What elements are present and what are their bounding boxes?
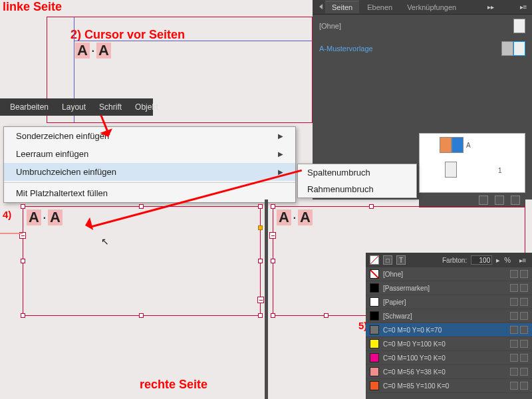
- swatch-type-icons: [510, 382, 528, 390]
- frame-handle[interactable]: [21, 259, 25, 263]
- tint-input[interactable]: [471, 255, 492, 265]
- master-none-row[interactable]: [Ohne]: [313, 15, 532, 37]
- swatch-row[interactable]: [Passermarken]: [366, 281, 532, 295]
- swatch-row[interactable]: C=0 M=0 Y=0 K=70: [366, 323, 532, 337]
- frame-handle[interactable]: [258, 204, 263, 209]
- spread-thumb[interactable]: [501, 41, 525, 56]
- swatch-chip: [370, 325, 379, 334]
- ctx-sonderzeichen[interactable]: Sonderzeichen einfügen▶: [4, 127, 295, 145]
- master-a-row[interactable]: A-Mustervorlage: [313, 37, 532, 60]
- swatch-type-icons: [510, 368, 528, 376]
- master-a-label: A-Mustervorlage: [319, 45, 373, 53]
- frame-handle[interactable]: [271, 313, 275, 318]
- in-port[interactable]: [269, 232, 276, 239]
- flyout-menu-icon[interactable]: ▸≡: [517, 257, 528, 264]
- frame-handle[interactable]: [21, 313, 25, 318]
- swatch-row[interactable]: C=0 M=100 Y=0 K=0: [366, 351, 532, 365]
- swatch-chip: [370, 297, 379, 307]
- menu-bearbeiten[interactable]: Bearbeiten: [3, 100, 55, 114]
- ctx-leerraum[interactable]: Leerraum einfügen▶: [4, 145, 295, 163]
- frame-handle[interactable]: [139, 204, 144, 209]
- submenu-rahmenumbruch[interactable]: Rahmenumbruch: [298, 181, 416, 198]
- frame-handle-active[interactable]: [258, 225, 263, 230]
- page-marker-a: A: [298, 209, 313, 225]
- bullet-icon: ·: [41, 209, 48, 226]
- edit-page-icon[interactable]: [479, 196, 488, 205]
- frame-handle[interactable]: [21, 204, 25, 209]
- swatch-type-icons: [510, 326, 528, 334]
- swatch-row[interactable]: C=0 M=85 Y=100 K=0: [366, 379, 532, 393]
- swatch-row[interactable]: [Papier]: [366, 295, 532, 309]
- page-label-a: A: [466, 142, 471, 149]
- bullet-icon: ·: [291, 209, 298, 226]
- double-arrow-icon[interactable]: ▸▸: [485, 3, 496, 11]
- frame-handle[interactable]: [258, 259, 263, 263]
- swatch-type-icons: [510, 270, 528, 278]
- swatch-name: [Passermarken]: [383, 285, 506, 292]
- tint-arrow-icon[interactable]: ▸: [496, 256, 500, 265]
- swatch-row[interactable]: C=0 M=0 Y=100 K=0: [366, 337, 532, 351]
- context-menu: Sonderzeichen einfügen▶ Leerraum einfüge…: [3, 126, 296, 203]
- frame-handle[interactable]: [369, 204, 374, 209]
- panel-tabs: Seiten Ebenen Verknüpfungen ▸▸ ▸≡: [313, 0, 532, 15]
- page-label-1: 1: [498, 167, 502, 174]
- swatches-header: □ T Farbton: ▸ % ▸≡: [366, 253, 532, 267]
- pages-spread[interactable]: [440, 137, 464, 153]
- chevron-right-icon: ▶: [278, 150, 283, 158]
- tint-pct: %: [504, 256, 511, 264]
- frame-handle[interactable]: [271, 259, 275, 263]
- page-marker-block: A · A: [277, 209, 313, 226]
- menu-bar: Bearbeiten Layout Schrift Objekt: [0, 98, 153, 116]
- flyout-menu-icon[interactable]: ▸≡: [518, 3, 529, 11]
- chevron-right-icon: ▶: [278, 132, 283, 140]
- pages-single[interactable]: [445, 162, 457, 178]
- annotation-4: 4): [3, 209, 11, 220]
- tab-seiten[interactable]: Seiten: [325, 1, 359, 13]
- container-format-icon[interactable]: □: [383, 255, 392, 265]
- swatch-row[interactable]: C=0 M=56 Y=38 K=0: [366, 365, 532, 379]
- menu-layout[interactable]: Layout: [55, 100, 92, 114]
- text-format-icon[interactable]: T: [396, 255, 406, 265]
- page-thumb-1[interactable]: [445, 162, 457, 178]
- page-thumb[interactable]: [513, 19, 525, 33]
- swatch-name: [Schwarz]: [383, 313, 506, 320]
- pages-list: A 1: [419, 133, 525, 193]
- swatch-chip: [370, 381, 379, 390]
- tab-ebenen[interactable]: Ebenen: [360, 1, 399, 13]
- trash-icon[interactable]: [511, 196, 520, 205]
- swatch-chip: [370, 353, 379, 362]
- new-page-icon[interactable]: [495, 196, 504, 205]
- fill-stroke-icon[interactable]: [370, 255, 379, 265]
- swatch-type-icons: [510, 284, 528, 292]
- page-thumb-left[interactable]: [501, 41, 513, 56]
- pages-panel-footer: [419, 193, 525, 207]
- swatch-row[interactable]: [Ohne]: [366, 267, 532, 281]
- page-thumb-a-right[interactable]: [452, 137, 464, 153]
- tab-verknuepfungen[interactable]: Verknüpfungen: [400, 1, 463, 13]
- frame-handle[interactable]: [258, 313, 263, 318]
- swatch-row[interactable]: [Schwarz]: [366, 309, 532, 323]
- swatches-list: [Ohne][Passermarken][Papier][Schwarz]C=0…: [366, 267, 532, 393]
- page-thumb-a-left[interactable]: [440, 137, 452, 153]
- master-none-label: [Ohne]: [319, 22, 341, 30]
- ctx-umbruchzeichen[interactable]: Umbruchzeichen einfügen▶: [4, 163, 295, 181]
- frame-handle[interactable]: [139, 313, 144, 318]
- pane-divider[interactable]: [265, 200, 268, 399]
- collapse-icon[interactable]: [316, 4, 323, 11]
- swatch-name: C=0 M=0 Y=100 K=0: [383, 340, 506, 348]
- guide-horizontal: [74, 41, 312, 41]
- menu-schrift[interactable]: Schrift: [92, 100, 128, 114]
- swatches-panel: □ T Farbton: ▸ % ▸≡ [Ohne][Passermarken]…: [366, 253, 532, 399]
- annotation-rechte-seite: rechte Seite: [140, 378, 207, 392]
- out-port[interactable]: [257, 297, 264, 303]
- submenu-spaltenumbruch[interactable]: Spaltenumbruch: [298, 164, 416, 181]
- frame-handle[interactable]: [271, 204, 275, 209]
- page-marker-a: A: [96, 43, 111, 59]
- ctx-platzhaltertext[interactable]: Mit Platzhaltertext füllen: [4, 184, 295, 202]
- swatch-chip: [370, 283, 379, 293]
- frame-handle[interactable]: [324, 313, 329, 318]
- tint-label: Farbton:: [442, 257, 467, 264]
- menu-objekt[interactable]: Objekt: [128, 100, 165, 114]
- page-thumb-right[interactable]: [513, 41, 525, 56]
- swatch-chip: [370, 311, 379, 321]
